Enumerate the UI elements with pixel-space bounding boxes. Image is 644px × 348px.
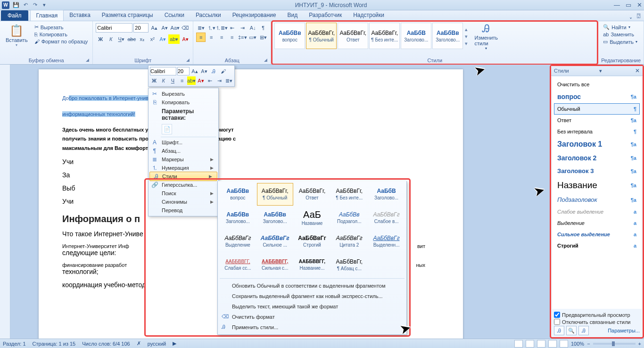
cut-button[interactable]: ✂Вырезать xyxy=(34,24,88,30)
ctx-copy[interactable]: ⎘Копировать xyxy=(149,98,218,107)
flyout-style-tile[interactable]: АаБбВвГгЦитата 2 xyxy=(331,230,367,253)
pane-close-icon[interactable]: ✕ xyxy=(635,67,640,74)
change-case-icon[interactable]: Aa▾ xyxy=(170,23,180,33)
pane-options-link[interactable]: Параметры... xyxy=(608,328,640,333)
outdent-icon[interactable]: ⇤ xyxy=(227,23,237,33)
clear-format-icon[interactable]: ⌫ xyxy=(181,23,190,33)
font-name-combo[interactable] xyxy=(96,23,132,33)
flyout-select-same[interactable]: Выделить текст, имеющий такой же формат xyxy=(220,301,405,312)
flyout-style-tile[interactable]: АаБбВвГг,Ответ xyxy=(294,183,330,206)
line-spacing-icon[interactable]: ‡≡▾ xyxy=(238,33,247,42)
pane-style-item[interactable]: вопрос¶a xyxy=(554,90,640,103)
mini-font-color-icon[interactable]: A▾ xyxy=(197,76,205,85)
ctx-translate[interactable]: Перевод xyxy=(149,206,218,215)
styles-gallery-more[interactable]: ▴▾▾ xyxy=(465,23,471,50)
mini-italic-icon[interactable]: К xyxy=(159,76,168,85)
view-print-layout-icon[interactable] xyxy=(514,340,523,348)
style-inspector-icon[interactable]: 🔍 xyxy=(566,326,577,335)
paste-button[interactable]: 📋 Вставить ▾ xyxy=(3,23,31,48)
pane-style-item[interactable]: Название¶a xyxy=(554,177,640,193)
pane-disable-linked-checkbox[interactable]: Отключить связанные стили xyxy=(554,319,640,325)
mini-indent-in-icon[interactable]: ⇥ xyxy=(215,76,224,85)
flyout-style-tile[interactable]: АаБбВвГг,¶ Обычный xyxy=(257,183,293,206)
pane-style-item[interactable]: Строгийa xyxy=(554,240,640,251)
style-tile[interactable]: АаБбВвГг,Ответ xyxy=(338,23,368,49)
pane-style-item[interactable]: Без интервала¶ xyxy=(554,126,640,137)
bold-icon[interactable]: Ж xyxy=(96,34,105,44)
tab-Надстройки[interactable]: Надстройки xyxy=(347,10,390,21)
pane-style-item[interactable]: Ответ¶a xyxy=(554,115,640,126)
tab-Ссылки[interactable]: Ссылки xyxy=(159,10,190,21)
ctx-paragraph[interactable]: ¶Абзац... xyxy=(149,147,218,155)
pane-preview-checkbox[interactable]: Предварительный просмотр xyxy=(554,312,640,318)
paragraph-dialog-launcher[interactable]: ◢ xyxy=(264,58,270,63)
save-icon[interactable]: 💾 xyxy=(12,1,20,9)
ctx-search[interactable]: Поиск▶ xyxy=(149,189,218,198)
flyout-style-tile[interactable]: ААББВВГГ,Слабая сс... xyxy=(220,254,256,276)
mini-highlight-icon[interactable]: ab▾ xyxy=(187,76,196,85)
pane-style-item[interactable]: Заголовок 3¶a xyxy=(554,165,640,177)
strike-icon[interactable]: abc xyxy=(127,34,136,44)
status-page[interactable]: Страница: 1 из 15 xyxy=(33,341,76,347)
zoom-out-icon[interactable]: − xyxy=(587,341,590,347)
view-web-layout-icon[interactable] xyxy=(537,340,545,348)
mini-font-name[interactable] xyxy=(150,67,176,75)
tab-Вставка[interactable]: Вставка xyxy=(64,10,96,21)
flyout-style-tile[interactable]: АаБбВвГг,¶ Абзац с... xyxy=(331,254,367,276)
tab-Рассылки[interactable]: Рассылки xyxy=(190,10,227,21)
flyout-style-tile[interactable]: АаБбВвГгСильное ... xyxy=(257,230,293,253)
status-macro-icon[interactable]: ▶ xyxy=(173,340,176,347)
flyout-style-tile[interactable]: АаБбВвПодзагол... xyxy=(331,207,367,229)
pane-style-item[interactable]: Подзаголовок¶a xyxy=(554,193,640,206)
pane-style-item[interactable]: Заголовок 1¶a xyxy=(554,137,640,151)
align-center-icon[interactable]: ≡ xyxy=(206,33,216,42)
mini-bold-icon[interactable]: Ж xyxy=(150,76,158,85)
paste-keep-source-icon[interactable]: 📄 xyxy=(162,124,172,134)
status-proofing-icon[interactable]: ✗ xyxy=(137,340,141,347)
ctx-bullets[interactable]: ≣Маркеры▶ xyxy=(149,155,218,164)
mini-font-size[interactable] xyxy=(177,67,190,75)
qat-more-icon[interactable]: ▾ xyxy=(41,1,48,9)
flyout-style-tile[interactable]: АаБбВвГг,¶ Без инте... xyxy=(331,183,367,206)
tab-file[interactable]: Файл xyxy=(1,10,28,21)
view-draft-icon[interactable] xyxy=(560,340,568,348)
zoom-in-icon[interactable]: + xyxy=(638,341,641,347)
multilevel-icon[interactable]: ⒈≣▾ xyxy=(217,23,226,33)
font-color-icon[interactable]: A▾ xyxy=(181,34,190,44)
flyout-style-tile[interactable]: АаБбВввопрос xyxy=(220,183,256,206)
tab-Главная[interactable]: Главная xyxy=(30,10,64,21)
status-section[interactable]: Раздел: 1 xyxy=(3,341,26,347)
view-full-screen-icon[interactable] xyxy=(526,340,534,348)
justify-icon[interactable]: ≡ xyxy=(227,33,237,42)
shading-icon[interactable]: ▭▾ xyxy=(248,33,257,42)
undo-icon[interactable]: ↶ xyxy=(22,1,29,9)
find-button[interactable]: 🔍Найти▾ xyxy=(603,24,639,30)
bullets-icon[interactable]: ≣▾ xyxy=(196,23,206,33)
tab-Рецензирование[interactable]: Рецензирование xyxy=(227,10,282,21)
flyout-style-tile[interactable]: ААББВВГГ,Название... xyxy=(294,254,330,276)
flyout-style-tile[interactable]: АаБбВвГгСтрогий xyxy=(294,230,330,253)
select-button[interactable]: ▭Выделить▾ xyxy=(603,39,639,45)
flyout-update-style[interactable]: Обновить Обычный в соответствии с выделе… xyxy=(220,281,405,291)
indent-icon[interactable]: ⇥ xyxy=(238,23,247,33)
style-tile[interactable]: АаБбВввопрос xyxy=(274,23,305,49)
ctx-hyperlink[interactable]: 🔗Гиперссылка... xyxy=(149,181,218,189)
align-left-icon[interactable]: ≡ xyxy=(196,33,206,42)
mini-indent-out-icon[interactable]: ⇤ xyxy=(206,76,215,85)
zoom-value[interactable]: 100% xyxy=(571,341,584,347)
font-size-combo[interactable] xyxy=(133,23,149,33)
change-styles-button[interactable]: ᎯИзменитьстили▾ xyxy=(474,23,498,50)
tab-Разработчик[interactable]: Разработчик xyxy=(303,10,347,21)
ctx-font[interactable]: AШрифт... xyxy=(149,138,218,147)
pane-style-item[interactable]: Сильное выделениеa xyxy=(554,229,640,240)
minimize-icon[interactable]: — xyxy=(614,1,620,8)
tab-Разметка страницы[interactable]: Разметка страницы xyxy=(96,10,159,21)
highlight-icon[interactable]: ab▾ xyxy=(168,34,180,44)
mini-shrink-font-icon[interactable]: A▾ xyxy=(200,67,208,75)
flyout-clear-format[interactable]: ⌫Очистить формат xyxy=(220,312,405,322)
italic-icon[interactable]: К xyxy=(106,34,116,44)
flyout-apply-styles[interactable]: ᎯПрименить стили... xyxy=(220,322,405,332)
ribbon-help-icon[interactable]: ˬ ⍰ xyxy=(626,10,644,21)
mini-align-icon[interactable]: ≡ xyxy=(178,76,186,85)
pane-style-item[interactable]: Заголовок 2¶a xyxy=(554,151,640,165)
